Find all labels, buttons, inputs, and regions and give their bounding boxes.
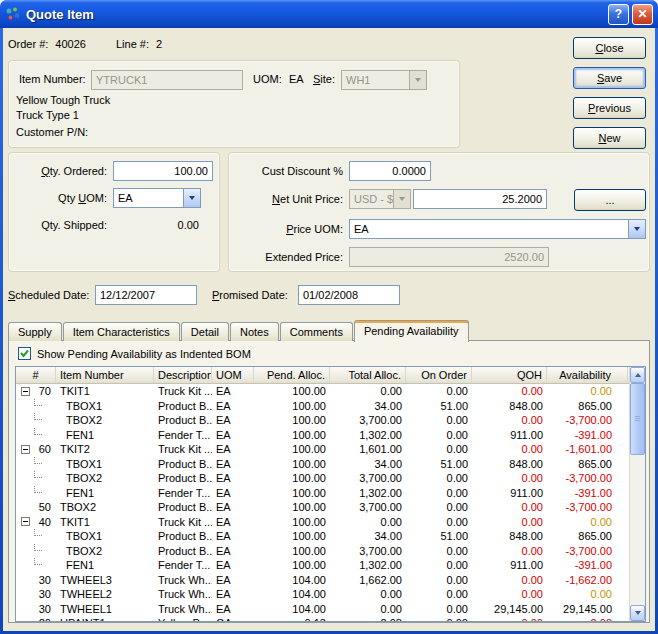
checkbox-box[interactable] xyxy=(18,347,31,360)
table-row[interactable]: TBOX1Product B...EA100.0034.0051.00848.0… xyxy=(16,457,629,472)
scroll-up-button[interactable] xyxy=(630,367,645,383)
tree-collapse-toggle-icon[interactable] xyxy=(21,445,30,454)
item-number-cell: TBOX2 xyxy=(56,500,154,515)
tab-item-characteristics[interactable]: Item Characteristics xyxy=(63,322,180,341)
qoh-cell: 0.00 xyxy=(472,471,547,486)
on-order-cell: 0.00 xyxy=(406,602,472,617)
uom-value: EA xyxy=(289,73,304,85)
table-row[interactable]: 30TWHEEL1Truck Wh...EA104.000.000.0029,1… xyxy=(16,602,629,617)
qoh-cell: 911.00 xyxy=(472,558,547,573)
availability-cell: -3,700.00 xyxy=(547,471,628,486)
table-row[interactable]: 70TKIT1Truck Kit ...EA100.000.000.000.00… xyxy=(16,384,629,399)
table-row[interactable]: 50TBOX2Product B...EA100.003,700.000.000… xyxy=(16,500,629,515)
order-number-value: 40026 xyxy=(55,38,86,50)
column-header-on-order[interactable]: On Order xyxy=(406,367,472,383)
tree-collapse-toggle-icon[interactable] xyxy=(21,517,30,526)
scrollbar-thumb[interactable] xyxy=(630,383,645,455)
total-alloc-cell: 1,601.00 xyxy=(330,442,406,457)
tab-notes[interactable]: Notes xyxy=(230,322,279,341)
table-row[interactable]: 40TKIT1Truck Kit ...EA100.000.000.000.00… xyxy=(16,515,629,530)
extended-price-field xyxy=(349,247,549,267)
column-header-qoh[interactable]: QOH xyxy=(472,367,547,383)
site-dropdown: WH1 xyxy=(341,70,427,90)
uom-cell: EA xyxy=(212,558,254,573)
column-header-availability[interactable]: Availability xyxy=(547,367,628,383)
previous-button[interactable]: Previous xyxy=(573,97,646,119)
scheduled-date-field[interactable] xyxy=(95,285,197,305)
qoh-cell: 29,145.00 xyxy=(472,602,547,617)
scrollbar-track[interactable] xyxy=(630,383,645,605)
table-vertical-scrollbar[interactable] xyxy=(629,367,645,621)
qty-ordered-field[interactable] xyxy=(113,161,213,181)
description-cell: Yellow P... xyxy=(154,616,212,621)
row-number: 70 xyxy=(30,385,51,397)
indented-bom-checkbox[interactable]: Show Pending Availability as Indented BO… xyxy=(18,347,251,360)
row-number-cell xyxy=(16,457,56,472)
description-cell: Product B... xyxy=(154,471,212,486)
column-header-description[interactable]: Description xyxy=(154,367,212,383)
column-header-total-alloc[interactable]: Total Alloc. xyxy=(330,367,406,383)
table-row[interactable]: TBOX2Product B...EA100.003,700.000.000.0… xyxy=(16,413,629,428)
extended-price-label: Extended Price: xyxy=(233,251,343,263)
table-row[interactable]: 30TWHEEL3Truck Wh...EA104.001,662.000.00… xyxy=(16,573,629,588)
row-number-cell xyxy=(16,399,56,414)
tab-detail[interactable]: Detail xyxy=(181,322,229,341)
table-row[interactable]: 60TKIT2Truck Kit ...EA100.001,601.000.00… xyxy=(16,442,629,457)
save-button[interactable]: Save xyxy=(573,67,646,89)
column-header-number[interactable]: # xyxy=(16,367,56,383)
item-number-cell: TBOX1 xyxy=(56,529,154,544)
qoh-cell: 0.00 xyxy=(472,616,547,621)
table-row[interactable]: TBOX1Product B...EA100.0034.0051.00848.0… xyxy=(16,529,629,544)
qoh-cell: 911.00 xyxy=(472,486,547,501)
row-number-cell: 40 xyxy=(16,515,56,530)
column-header-uom[interactable]: UOM xyxy=(212,367,254,383)
cust-discount-field[interactable] xyxy=(349,161,431,181)
item-number-cell: FEN1 xyxy=(56,558,154,573)
row-number-cell xyxy=(16,486,56,501)
close-window-button[interactable]: ✕ xyxy=(632,4,653,25)
column-header-pend-alloc[interactable]: Pend. Alloc. xyxy=(254,367,330,383)
close-button[interactable]: Close xyxy=(573,37,646,59)
on-order-cell: 0.00 xyxy=(406,428,472,443)
net-unit-price-field[interactable] xyxy=(413,189,547,209)
tab-comments[interactable]: Comments xyxy=(280,322,353,341)
table-row[interactable]: FEN1Fender T...EA100.001,302.000.00911.0… xyxy=(16,428,629,443)
availability-cell: -3,700.00 xyxy=(547,500,628,515)
item-number-cell: TKIT1 xyxy=(56,515,154,530)
table-row[interactable]: FEN1Fender T...EA100.001,302.000.00911.0… xyxy=(16,558,629,573)
chevron-down-icon[interactable] xyxy=(183,189,200,207)
description-cell: Truck Kit ... xyxy=(154,442,212,457)
table-row[interactable]: FEN1Fender T...EA100.001,302.000.00911.0… xyxy=(16,486,629,501)
row-number: 60 xyxy=(30,443,51,455)
row-number-cell: 60 xyxy=(16,442,56,457)
table-row[interactable]: TBOX2Product B...EA100.003,700.000.000.0… xyxy=(16,471,629,486)
total-alloc-cell: 34.00 xyxy=(330,529,406,544)
tab-supply[interactable]: Supply xyxy=(8,322,62,341)
scroll-down-button[interactable] xyxy=(630,605,645,621)
uom-cell: EA xyxy=(212,573,254,588)
title-bar[interactable]: Quote Item ? ✕ xyxy=(0,0,658,28)
promised-date-field[interactable] xyxy=(298,285,400,305)
new-button[interactable]: New xyxy=(573,127,646,149)
item-groupbox: Item Number: UOM: EA Site: WH1 Yellow To… xyxy=(8,60,460,148)
availability-cell: 0.00 xyxy=(547,587,628,602)
qty-uom-dropdown[interactable]: EA xyxy=(113,188,201,208)
uom-cell: EA xyxy=(212,384,254,399)
tab-pending-availability[interactable]: Pending Availability xyxy=(354,320,469,342)
help-button[interactable]: ? xyxy=(608,4,629,25)
tree-collapse-toggle-icon[interactable] xyxy=(21,387,30,396)
row-number: 50 xyxy=(18,501,51,513)
column-header-item-number[interactable]: Item Number xyxy=(56,367,154,383)
table-row[interactable]: 20UPAINT1Yellow P...GA0.132.080.000.00-2… xyxy=(16,616,629,621)
price-uom-dropdown[interactable]: EA xyxy=(349,219,646,239)
promised-date-label: Promised Date: xyxy=(212,289,288,301)
uom-cell: EA xyxy=(212,587,254,602)
table-row[interactable]: TBOX2Product B...EA100.003,700.000.000.0… xyxy=(16,544,629,559)
table-row[interactable]: 30TWHEEL2Truck Wh...EA104.000.000.000.00… xyxy=(16,587,629,602)
line-number-value: 2 xyxy=(156,38,162,50)
on-order-cell: 0.00 xyxy=(406,500,472,515)
price-lookup-button[interactable]: ... xyxy=(574,189,646,211)
total-alloc-cell: 34.00 xyxy=(330,399,406,414)
table-row[interactable]: TBOX1Product B...EA100.0034.0051.00848.0… xyxy=(16,399,629,414)
chevron-down-icon[interactable] xyxy=(628,220,645,238)
